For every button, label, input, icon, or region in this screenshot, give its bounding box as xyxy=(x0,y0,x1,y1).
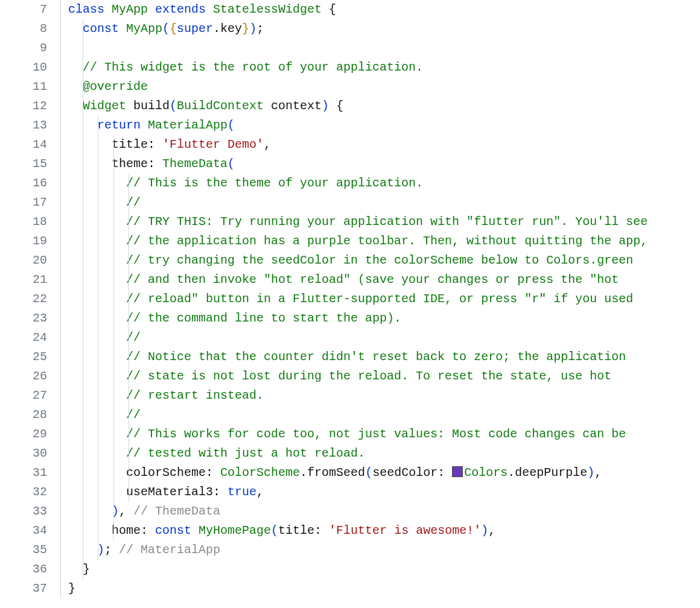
code-line[interactable]: 13 return MaterialApp( xyxy=(0,116,700,135)
code-line[interactable]: 30 // tested with just a hot reload. xyxy=(0,444,700,463)
code-line[interactable]: 18 // TRY THIS: Try running your applica… xyxy=(0,212,700,232)
code-line[interactable]: 17 // xyxy=(0,193,700,212)
code-line[interactable]: 23 // the command line to start the app)… xyxy=(0,309,700,328)
indent-guide xyxy=(129,463,129,483)
indent-guide xyxy=(83,444,83,463)
code-content[interactable]: @override xyxy=(61,77,700,97)
code-line[interactable]: 32 useMaterial3: true, xyxy=(0,483,700,502)
token: // This widget is the root of your appli… xyxy=(83,60,423,74)
indent-guide xyxy=(113,174,114,193)
indent-guide xyxy=(113,347,114,367)
token: ( xyxy=(228,118,235,132)
code-content[interactable]: } xyxy=(61,560,700,579)
indent-guide xyxy=(83,405,83,425)
token: ) xyxy=(249,22,256,36)
code-content[interactable]: colorScheme: ColorScheme.fromSeed(seedCo… xyxy=(61,463,700,483)
code-content[interactable]: // tested with just a hot reload. xyxy=(61,444,700,463)
line-number: 23 xyxy=(0,309,60,328)
line-number: 20 xyxy=(0,251,60,270)
code-content[interactable]: // the command line to start the app). xyxy=(61,309,700,328)
code-line[interactable]: 8 const MyApp({super.key}); xyxy=(0,19,700,39)
code-content[interactable]: ), // ThemeData xyxy=(61,502,700,521)
indent-guide xyxy=(113,425,114,444)
indent-guide xyxy=(113,463,114,483)
code-line[interactable]: 12 Widget build(BuildContext context) { xyxy=(0,97,700,116)
code-line[interactable]: 7 class MyApp extends StatelessWidget { xyxy=(0,0,700,19)
indent-guide xyxy=(98,502,98,521)
code-content[interactable]: } xyxy=(61,579,700,598)
indent-guide xyxy=(113,386,114,405)
code-content[interactable]: // This widget is the root of your appli… xyxy=(61,58,700,77)
code-content[interactable]: // the application has a purple toolbar.… xyxy=(61,232,700,251)
indent-guide xyxy=(98,116,98,135)
code-content[interactable]: // try changing the seedColor in the col… xyxy=(61,251,700,270)
code-content[interactable]: home: const MyHomePage(title: 'Flutter i… xyxy=(61,521,700,540)
code-content[interactable]: // Notice that the counter didn't reset … xyxy=(61,347,700,367)
code-content[interactable]: // restart instead. xyxy=(61,386,700,405)
code-line[interactable]: 26 // state is not lost during the reloa… xyxy=(0,367,700,386)
code-line[interactable]: 9 xyxy=(0,39,700,58)
line-number: 7 xyxy=(0,0,60,19)
code-line[interactable]: 37 } xyxy=(0,579,700,598)
indent-guide xyxy=(113,502,114,521)
indent-guide xyxy=(129,347,129,367)
indent-guide xyxy=(98,405,98,425)
code-line[interactable]: 16 // This is the theme of your applicat… xyxy=(0,174,700,193)
code-content[interactable]: useMaterial3: true, xyxy=(61,483,700,502)
indent-guide xyxy=(129,386,129,405)
code-content[interactable] xyxy=(61,39,700,58)
token: .key xyxy=(213,22,242,36)
indent-guide xyxy=(129,444,129,463)
code-line[interactable]: 22 // reload" button in a Flutter-suppor… xyxy=(0,290,700,309)
code-editor[interactable]: 7 class MyApp extends StatelessWidget {8… xyxy=(0,0,700,598)
code-content[interactable]: theme: ThemeData( xyxy=(61,154,700,174)
code-line[interactable]: 15 theme: ThemeData( xyxy=(0,154,700,174)
code-line[interactable]: 14 title: 'Flutter Demo', xyxy=(0,135,700,154)
code-content[interactable]: return MaterialApp( xyxy=(61,116,700,135)
indent-guide xyxy=(98,386,98,405)
code-content[interactable]: // xyxy=(61,328,700,347)
code-content[interactable]: const MyApp({super.key}); xyxy=(61,19,700,39)
code-content[interactable]: Widget build(BuildContext context) { xyxy=(61,97,700,116)
token: // the application has a purple toolbar.… xyxy=(126,234,648,248)
token: ) xyxy=(481,524,488,537)
indent-guide xyxy=(83,290,83,309)
code-line[interactable]: 31 colorScheme: ColorScheme.fromSeed(see… xyxy=(0,463,700,483)
code-content[interactable]: class MyApp extends StatelessWidget { xyxy=(61,0,700,19)
code-line[interactable]: 24 // xyxy=(0,328,700,347)
code-line[interactable]: 25 // Notice that the counter didn't res… xyxy=(0,347,700,367)
line-number: 10 xyxy=(0,58,60,77)
code-content[interactable]: // This is the theme of your application… xyxy=(61,174,700,193)
indent-guide xyxy=(83,39,83,58)
code-line[interactable]: 28 // xyxy=(0,405,700,425)
code-content[interactable]: // xyxy=(61,405,700,425)
code-line[interactable]: 19 // the application has a purple toolb… xyxy=(0,232,700,251)
indent-guide xyxy=(83,19,83,39)
code-content[interactable]: ); // MaterialApp xyxy=(61,540,700,560)
indent-guide xyxy=(113,483,114,502)
indent-guide xyxy=(83,463,83,483)
code-line[interactable]: 27 // restart instead. xyxy=(0,386,700,405)
token: ThemeData xyxy=(162,157,228,171)
token: 'Flutter Demo' xyxy=(162,138,264,151)
code-content[interactable]: // reload" button in a Flutter-supported… xyxy=(61,290,700,309)
line-number: 19 xyxy=(0,232,60,251)
code-line[interactable]: 34 home: const MyHomePage(title: 'Flutte… xyxy=(0,521,700,540)
line-number: 22 xyxy=(0,290,60,309)
code-line[interactable]: 33 ), // ThemeData xyxy=(0,502,700,521)
code-content[interactable]: // state is not lost during the reload. … xyxy=(61,367,700,386)
code-line[interactable]: 21 // and then invoke "hot reload" (save… xyxy=(0,270,700,290)
code-content[interactable]: // xyxy=(61,193,700,212)
code-line[interactable]: 11 @override xyxy=(0,77,700,97)
code-line[interactable]: 20 // try changing the seedColor in the … xyxy=(0,251,700,270)
code-line[interactable]: 10 // This widget is the root of your ap… xyxy=(0,58,700,77)
code-content[interactable]: // This works for code too, not just val… xyxy=(61,425,700,444)
line-number: 9 xyxy=(0,39,60,58)
code-content[interactable]: // TRY THIS: Try running your applicatio… xyxy=(61,212,700,232)
code-line[interactable]: 29 // This works for code too, not just … xyxy=(0,425,700,444)
code-line[interactable]: 36 } xyxy=(0,560,700,579)
code-line[interactable]: 35 ); // MaterialApp xyxy=(0,540,700,560)
code-content[interactable]: title: 'Flutter Demo', xyxy=(61,135,700,154)
code-content[interactable]: // and then invoke "hot reload" (save yo… xyxy=(61,270,700,290)
token: ColorScheme xyxy=(220,466,300,480)
